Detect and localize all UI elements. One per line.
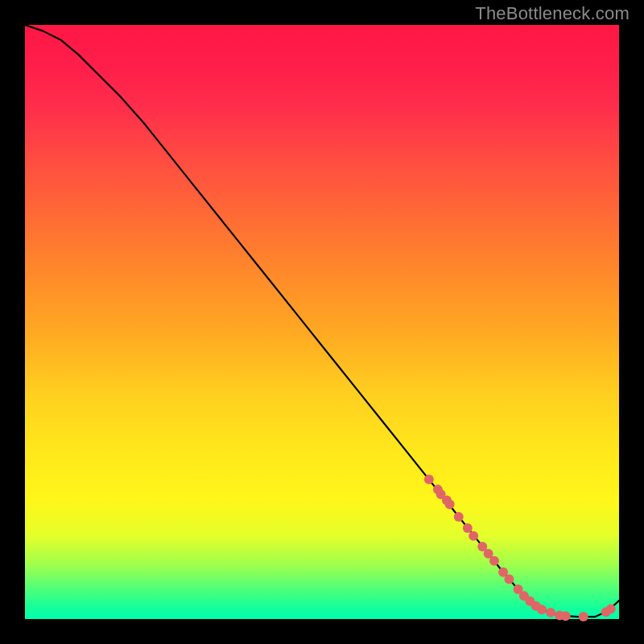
hardware-point xyxy=(445,500,455,510)
chart-svg xyxy=(25,25,619,619)
hardware-point xyxy=(454,512,464,522)
attribution-label: TheBottleneck.com xyxy=(475,3,630,24)
hardware-point xyxy=(489,556,499,566)
hardware-points-group xyxy=(424,475,616,621)
hardware-point xyxy=(537,605,547,614)
hardware-point xyxy=(546,608,555,617)
hardware-point xyxy=(463,523,473,533)
hardware-point xyxy=(504,575,514,584)
bottleneck-curve xyxy=(25,25,619,617)
hardware-point xyxy=(561,611,571,621)
hardware-point xyxy=(606,604,616,613)
hardware-point xyxy=(579,612,588,621)
hardware-point xyxy=(424,475,434,485)
hardware-point xyxy=(469,531,478,541)
chart-frame: TheBottleneck.com xyxy=(0,0,644,644)
